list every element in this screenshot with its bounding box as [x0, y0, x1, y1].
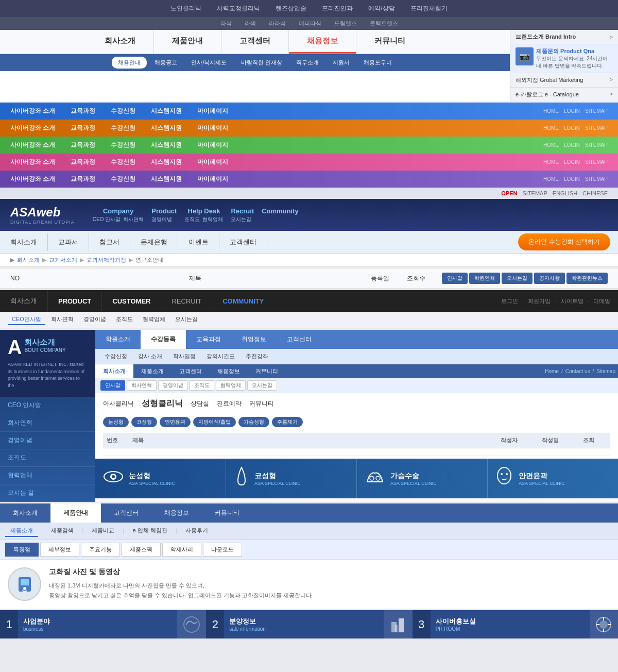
- nav7-sub-3[interactable]: 경영이념: [79, 314, 110, 325]
- banner-breast[interactable]: 가슴수술 ASA SPECIAL CLINIC: [357, 459, 488, 498]
- pink-bar-item-5[interactable]: 마이페이지: [197, 158, 228, 166]
- nav-recruit-sub1[interactable]: 오시는길: [231, 216, 251, 223]
- nav7-community[interactable]: COMMUNITY: [212, 291, 274, 311]
- nav7-customer[interactable]: CUSTOMER: [102, 291, 161, 311]
- breadcrumb-1[interactable]: 회사소개: [17, 256, 40, 264]
- sub-nav-2[interactable]: 라섹: [245, 20, 256, 27]
- sub-tab-5[interactable]: 직무소개: [290, 57, 325, 69]
- cnav-1[interactable]: 회사소개: [95, 364, 133, 378]
- clinic-counsel[interactable]: 상담실: [191, 399, 209, 408]
- pill-5[interactable]: 학원관련뉴스: [566, 273, 608, 284]
- nav-helpdesk-sub2[interactable]: 협력업체: [202, 216, 223, 223]
- sub-tab-4[interactable]: 바람직한 인재상: [235, 57, 288, 69]
- blue-bar-login[interactable]: LOGIN: [564, 108, 580, 114]
- banner-nose[interactable]: 코성형 ASA SPECIAL CLINIC: [226, 459, 357, 498]
- nav-item-2[interactable]: 시력교정클리닉: [217, 4, 260, 13]
- s5-nav-3[interactable]: 참고서: [89, 233, 130, 251]
- menu-item-partner[interactable]: 협력업체: [0, 467, 95, 484]
- psnav-1[interactable]: 제품소개: [5, 525, 38, 537]
- blue-bar-home[interactable]: HOME: [543, 108, 559, 114]
- nav-item-1[interactable]: 노안클리닉: [170, 4, 201, 13]
- banner-eye[interactable]: 눈성형 ASA SPECIAL CLINIC: [95, 459, 226, 498]
- pink-bar-item-3[interactable]: 수강신청: [111, 158, 135, 166]
- ctab-4[interactable]: 취업정보: [231, 330, 277, 349]
- cnav-home[interactable]: Home: [545, 368, 559, 374]
- cnav-sitemap[interactable]: Sitemap: [596, 368, 615, 374]
- stab-2[interactable]: 강사 소개: [134, 351, 166, 361]
- nav7-company[interactable]: 회사소개: [0, 290, 48, 312]
- sub-nav-3[interactable]: 라라식: [269, 20, 286, 27]
- pnav-3[interactable]: 고객센터: [101, 503, 151, 523]
- cnav-3[interactable]: 고객센터: [171, 364, 210, 378]
- orange-bar-sitemap[interactable]: SITEMAP: [585, 125, 608, 131]
- orange-bar-item-5[interactable]: 마이페이지: [197, 124, 228, 132]
- ptab-1[interactable]: 특징점: [5, 543, 39, 557]
- nav-community[interactable]: Community: [262, 207, 299, 223]
- nav-product-sub1[interactable]: 경영이념: [151, 216, 172, 223]
- psnav-4[interactable]: e-입체 체험관: [127, 525, 173, 537]
- pnav-1[interactable]: 회사소개: [0, 503, 50, 523]
- footer-english[interactable]: ENGLISH: [553, 190, 577, 196]
- pink-bar-item-2[interactable]: 교육과정: [71, 158, 95, 166]
- numbered-item-3[interactable]: 3 사이버홍보실 PR ROOM: [413, 610, 618, 639]
- catalogue[interactable]: e-카탈로그 e - Catalogue >: [510, 88, 618, 102]
- psnav-5[interactable]: 사용후기: [180, 525, 213, 537]
- brand-intro[interactable]: 브랜드소개 Brand Intro >: [510, 30, 618, 44]
- footer-open[interactable]: OPEN: [501, 190, 517, 196]
- nav7-login[interactable]: 로그인: [501, 297, 518, 305]
- tab-company[interactable]: 회사소개: [87, 30, 154, 54]
- pill-nose[interactable]: 코성형: [131, 417, 157, 427]
- nav7-product[interactable]: PRODUCT: [48, 291, 102, 311]
- s5-nav-5[interactable]: 이벤트: [178, 233, 219, 251]
- green-bar-item-3[interactable]: 수강신청: [111, 141, 135, 149]
- s5-nav-1[interactable]: 회사소개: [0, 233, 48, 251]
- ctab-1[interactable]: 학원소개: [95, 330, 141, 349]
- footer-sitemap[interactable]: SITEMAP: [523, 190, 547, 196]
- cnav-contact[interactable]: Contact us: [565, 368, 590, 374]
- purple-bar-item-2[interactable]: 교육과정: [71, 175, 95, 183]
- sub-nav-4[interactable]: 에피라식: [299, 20, 321, 27]
- menu-item-ceo[interactable]: CEO 인사말: [0, 397, 95, 414]
- csub-6[interactable]: 오시는길: [247, 380, 277, 391]
- nav7-recruit[interactable]: RECRUIT: [161, 291, 212, 311]
- footer-chinese[interactable]: CHINESE: [582, 190, 608, 196]
- blue-bar-item-2[interactable]: 교육과정: [71, 107, 95, 115]
- s5-nav-4[interactable]: 문제은행: [130, 233, 178, 251]
- ctab-2[interactable]: 수강등록: [141, 330, 186, 349]
- green-bar-item-4[interactable]: 시스템지원: [151, 141, 182, 149]
- blue-bar-item-3[interactable]: 수강신청: [111, 107, 135, 115]
- nav7-sub-2[interactable]: 회사연혁: [47, 314, 78, 325]
- psnav-3[interactable]: 제품비교: [87, 525, 119, 537]
- cnav-4[interactable]: 채용정보: [210, 364, 248, 378]
- banner-face[interactable]: 안면윤곽 ASA SPECIAL CLINIC: [488, 459, 618, 498]
- blue-bar-sitemap[interactable]: SITEMAP: [585, 108, 608, 114]
- online-button[interactable]: 온라인 수능강화 선택하기: [518, 233, 610, 250]
- purple-bar-item-5[interactable]: 마이페이지: [197, 175, 228, 183]
- pink-bar-item-4[interactable]: 시스템지원: [151, 158, 182, 166]
- pill-3[interactable]: 오시는길: [502, 273, 533, 284]
- green-bar-item-1[interactable]: 사이버강좌 소개: [10, 141, 55, 149]
- sub-tab-2[interactable]: 채용공고: [148, 57, 183, 69]
- nav7-signup[interactable]: 회원가입: [528, 297, 551, 305]
- nav7-sitemap[interactable]: 사이트맵: [561, 297, 583, 305]
- nav7-email[interactable]: 이메일: [593, 297, 610, 305]
- nav-product[interactable]: Product 경영이념: [151, 207, 177, 223]
- pill-breast[interactable]: 가슴성형: [238, 417, 269, 427]
- pill-1[interactable]: 인사말: [442, 273, 468, 284]
- stab-5[interactable]: 추천강좌: [242, 351, 272, 361]
- product-qna[interactable]: 📷 제품문의 Product Qna 무엇이든 문의하세요. 24시간이내 빠른…: [510, 44, 618, 73]
- green-bar-item-5[interactable]: 마이페이지: [197, 141, 228, 149]
- csub-5[interactable]: 협력업체: [216, 380, 246, 391]
- tab-recruit[interactable]: 채용정보: [289, 30, 356, 54]
- s5-nav-6[interactable]: 고객센터: [219, 233, 267, 251]
- blue-bar-item-1[interactable]: 사이버강좌 소개: [10, 107, 55, 115]
- pill-wrinkle[interactable]: 주름제거: [272, 417, 303, 427]
- ctab-5[interactable]: 고객센터: [277, 330, 322, 349]
- sub-nav-5[interactable]: 드림렌즈: [334, 20, 357, 27]
- menu-item-org[interactable]: 조직도: [0, 449, 95, 467]
- clinic-appt[interactable]: 진료예약: [217, 399, 242, 408]
- orange-bar-item-1[interactable]: 사이버강좌 소개: [10, 124, 55, 132]
- pnav-2[interactable]: 제품안내: [50, 503, 101, 523]
- sub-tab-3[interactable]: 인사/복지제도: [185, 57, 233, 69]
- nav-recruit[interactable]: Recruit 오시는길: [231, 207, 254, 223]
